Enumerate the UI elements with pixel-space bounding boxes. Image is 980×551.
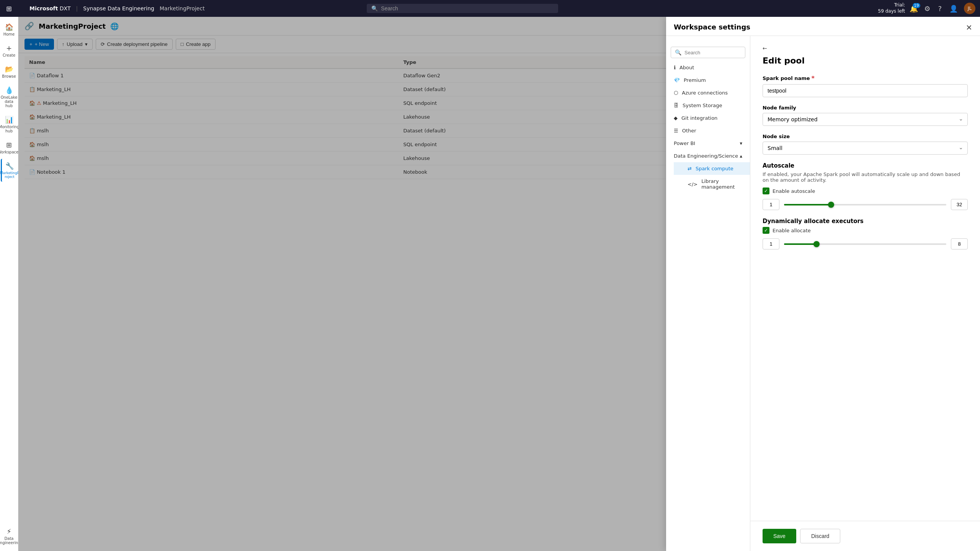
sidebar-item-marketing[interactable]: 🔧 MarketingP roject	[1, 159, 18, 182]
back-button[interactable]: ←	[763, 45, 968, 51]
nav-data-eng-sci[interactable]: Data Engineering/Science ▴	[666, 150, 750, 162]
allocate-slider-track[interactable]	[784, 243, 946, 245]
ms-logo	[17, 4, 26, 13]
onelake-icon: 💧	[5, 86, 13, 94]
waffle-icon[interactable]: ⊞	[5, 3, 13, 14]
spark-pool-name-label: Spark pool name *	[763, 75, 968, 82]
sidebar-item-workspaces[interactable]: ⊞ Workspaces	[1, 138, 18, 157]
autoscale-slider-fill	[784, 204, 831, 205]
ws-right-panel: ← Edit pool Spark pool name * Node famil…	[750, 36, 980, 551]
node-size-select[interactable]: Small	[763, 142, 968, 155]
allocate-max-input[interactable]	[951, 238, 968, 249]
avatar[interactable]: JL	[964, 3, 975, 14]
nav-system-storage[interactable]: 🗄 System Storage	[666, 99, 750, 112]
autoscale-min-input[interactable]	[763, 199, 779, 210]
topbar-left: ⊞ Microsoft DXT | Synapse Data Engineeri…	[5, 3, 205, 14]
account-icon[interactable]: 👤	[948, 3, 959, 14]
ws-search-area: 🔍	[666, 42, 750, 61]
allocate-slider-row	[763, 238, 968, 249]
ws-panel-title: Workspace settings	[666, 17, 980, 36]
settings-icon[interactable]: ⚙	[923, 3, 932, 14]
library-icon: </>	[688, 181, 697, 187]
allocate-checkbox-row: Enable allocate	[763, 227, 968, 234]
autoscale-checkbox-row: Enable autoscale	[763, 187, 968, 194]
sidebar-item-create-label: Create	[3, 53, 15, 57]
nav-library-mgmt[interactable]: </> Library management	[674, 175, 750, 193]
node-size-select-wrap: Small	[763, 142, 968, 155]
topbar-search-input[interactable]	[381, 5, 554, 11]
node-family-group: Node family Memory optimized	[763, 105, 968, 126]
discard-button[interactable]: Discard	[800, 529, 840, 543]
ws-nav-sub: ⇄ Spark compute </> Library management	[666, 162, 750, 193]
dataeng-icon: ⚡	[7, 527, 11, 535]
edit-pool-title: Edit pool	[763, 56, 968, 65]
sidebar-item-create[interactable]: + Create	[1, 41, 18, 60]
sidebar-item-browse-label: Browse	[2, 74, 16, 78]
autoscale-desc: If enabled, your Apache Spark pool will …	[763, 171, 968, 183]
save-button[interactable]: Save	[763, 529, 796, 543]
sidebar-item-browse[interactable]: 📂 Browse	[1, 62, 18, 82]
allocate-slider-fill	[784, 243, 817, 245]
sidebar-item-marketing-label: MarketingP roject	[0, 171, 19, 179]
nav-about-label: About	[679, 65, 694, 70]
workspaces-icon: ⊞	[6, 141, 12, 149]
sidebar-item-monitoring[interactable]: 📊 Monitoring hub	[1, 112, 18, 136]
enable-autoscale-checkbox[interactable]	[763, 187, 769, 194]
sidebar-item-onelake[interactable]: 💧 OneLake data hub	[1, 83, 18, 111]
sidebar-item-home[interactable]: 🏠 Home	[1, 20, 18, 39]
powerbi-chevron-icon: ▾	[740, 140, 742, 146]
allocate-title: Dynamically allocate executors	[763, 218, 968, 225]
nav-premium-label: Premium	[684, 77, 706, 83]
nav-premium[interactable]: 💎 Premium	[666, 74, 750, 86]
nav-azure-connections[interactable]: ⬡ Azure connections	[666, 86, 750, 99]
nav-spark-label: Spark compute	[696, 166, 733, 171]
marketing-icon: 🔧	[5, 162, 14, 170]
premium-icon: 💎	[674, 77, 680, 83]
help-icon[interactable]: ?	[936, 3, 943, 14]
autoscale-max-input[interactable]	[951, 199, 968, 210]
autoscale-slider-thumb	[828, 202, 834, 208]
ws-content: ← Edit pool Spark pool name * Node famil…	[750, 36, 980, 521]
nav-about[interactable]: ℹ About	[666, 61, 750, 74]
ws-search-box[interactable]: 🔍	[671, 47, 745, 58]
nav-other[interactable]: ☰ Other	[666, 124, 750, 137]
nav-git-integration[interactable]: ◆ Git integration	[666, 112, 750, 124]
autoscale-slider-track[interactable]	[784, 204, 946, 205]
enable-allocate-checkbox[interactable]	[763, 227, 769, 234]
close-button[interactable]: ✕	[966, 23, 972, 32]
required-indicator: *	[812, 75, 815, 82]
ws-search-input[interactable]	[684, 50, 741, 55]
topbar-search-bar[interactable]: 🔍	[367, 4, 558, 13]
monitoring-icon: 📊	[5, 116, 13, 124]
layout: 🏠 Home + Create 📂 Browse 💧 OneLake data …	[0, 17, 980, 551]
spark-pool-name-group: Spark pool name *	[763, 75, 968, 97]
nav-azure-label: Azure connections	[682, 90, 728, 96]
topbar-right: Trial: 59 days left 🔔 19 ⚙ ? 👤 JL	[878, 2, 975, 14]
node-size-group: Node size Small	[763, 134, 968, 155]
topbar: ⊞ Microsoft DXT | Synapse Data Engineeri…	[0, 0, 980, 17]
nav-library-label: Library management	[701, 178, 742, 190]
back-arrow-icon: ←	[763, 45, 767, 51]
enable-autoscale-label: Enable autoscale	[773, 188, 815, 194]
ws-layout: 🔍 ℹ About 💎 Premium ⬡ Azure connections	[666, 36, 980, 551]
sidebar-item-workspaces-label: Workspaces	[0, 150, 20, 154]
nav-power-bi[interactable]: Power BI ▾	[666, 137, 750, 150]
ws-footer: Save Discard	[750, 521, 980, 551]
notifications-button[interactable]: 🔔 19	[910, 5, 918, 13]
node-family-select[interactable]: Memory optimized	[763, 113, 968, 126]
autoscale-slider-row	[763, 199, 968, 210]
node-family-label: Node family	[763, 105, 968, 111]
nav-spark-compute[interactable]: ⇄ Spark compute	[674, 162, 750, 175]
sidebar-item-onelake-label: OneLake data hub	[1, 95, 18, 108]
nav-other-label: Other	[682, 128, 696, 134]
allocate-min-input[interactable]	[763, 238, 779, 249]
nav-storage-label: System Storage	[683, 103, 722, 108]
sidebar-item-monitoring-label: Monitoring hub	[0, 125, 19, 133]
sidebar-item-dataeng-label: Data Engineering	[0, 536, 21, 545]
node-size-value: Small	[768, 145, 782, 151]
ws-search-icon: 🔍	[675, 49, 681, 55]
dataeng-chevron-icon: ▴	[740, 153, 742, 159]
sidebar-item-dataeng[interactable]: ⚡ Data Engineering	[1, 524, 18, 548]
create-icon: +	[6, 44, 12, 52]
spark-pool-name-input[interactable]	[763, 84, 968, 97]
